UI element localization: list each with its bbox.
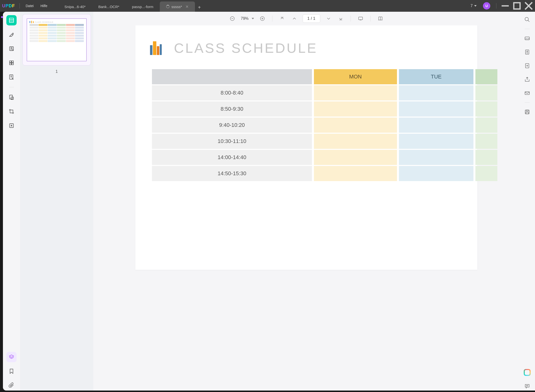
cell-mon <box>314 134 397 149</box>
col-time <box>152 69 312 84</box>
table-row: 9:40-10:20 <box>152 118 497 133</box>
cell-tue <box>399 101 473 117</box>
svg-rect-9 <box>12 61 13 63</box>
separator <box>370 16 371 22</box>
separator <box>525 102 530 103</box>
save-button[interactable] <box>523 108 532 116</box>
svg-rect-8 <box>10 61 11 63</box>
tab-label: Snipa...6-40* <box>64 5 86 9</box>
svg-rect-11 <box>12 63 13 65</box>
separator <box>351 16 351 22</box>
cell-mon <box>314 166 397 181</box>
first-page-button[interactable] <box>278 15 286 22</box>
svg-rect-28 <box>525 92 529 95</box>
table-row: 8:50-9:30 <box>152 101 497 117</box>
view-toolbar: 79% <box>93 12 519 25</box>
schedule-table: MON TUE 8:00-8:408:50-9:309:40-10:2010:3… <box>150 68 499 182</box>
open-docs-counter[interactable]: 7 <box>468 4 480 8</box>
svg-rect-31 <box>526 112 528 114</box>
page-thumbnail[interactable]: CLASS SCHEDULE <box>27 18 87 61</box>
page-number-input[interactable] <box>303 14 320 23</box>
ai-button[interactable] <box>523 368 532 377</box>
menu-file[interactable]: Datei <box>22 4 37 8</box>
redact-tool[interactable] <box>6 92 17 102</box>
tab-3[interactable]: sssss* ✕ <box>160 1 195 12</box>
maximize-button[interactable] <box>512 0 522 12</box>
comment-button[interactable] <box>523 382 532 391</box>
time-cell: 14:00-14:40 <box>152 150 312 165</box>
ocr-button[interactable]: OCR <box>523 34 532 43</box>
separator <box>20 3 20 9</box>
svg-rect-30 <box>526 110 528 111</box>
col-wed <box>475 69 497 84</box>
edit-text-tool[interactable] <box>6 44 17 54</box>
cell-mon <box>314 150 397 165</box>
books-icon <box>150 41 162 55</box>
svg-point-22 <box>525 17 528 21</box>
tab-0[interactable]: Snipa...6-40* <box>58 1 92 12</box>
separator <box>525 29 530 29</box>
layers-tool[interactable] <box>6 352 17 362</box>
export-button[interactable] <box>523 61 532 70</box>
share-button[interactable] <box>523 75 532 84</box>
reading-mode-button[interactable] <box>376 15 384 22</box>
table-header-row: MON TUE <box>152 69 497 84</box>
svg-line-23 <box>528 20 529 22</box>
presentation-button[interactable] <box>357 15 364 22</box>
col-mon: MON <box>314 69 397 84</box>
zoom-out-button[interactable] <box>228 15 236 22</box>
indicator-dot <box>1 16 3 18</box>
separator <box>496 3 496 9</box>
cell-wed <box>475 134 497 149</box>
bookmark-tool[interactable] <box>6 366 17 376</box>
minimize-button[interactable] <box>500 0 511 12</box>
thumb-title: CLASS SCHEDULE <box>35 21 54 23</box>
table-row: 14:00-14:40 <box>152 150 497 165</box>
next-page-button[interactable] <box>325 15 332 22</box>
tab-2[interactable]: passp...-form <box>126 1 160 12</box>
zoom-dropdown[interactable]: 79% <box>241 16 254 21</box>
cell-mon <box>314 101 397 117</box>
crop-tool[interactable] <box>6 106 17 117</box>
zoom-in-button[interactable] <box>258 15 266 22</box>
tab-1[interactable]: Bank...OCR* <box>92 1 126 12</box>
col-tue: TUE <box>399 69 473 84</box>
new-tab-button[interactable]: + <box>195 3 204 12</box>
close-window-button[interactable] <box>523 0 534 12</box>
svg-text:OCR: OCR <box>525 38 529 40</box>
close-icon[interactable]: ✕ <box>185 4 189 9</box>
document-scroll[interactable]: CLASS SCHEDULE MON TUE 8:00-8:408:50-9:3… <box>93 25 519 391</box>
organize-tool[interactable] <box>6 58 17 68</box>
pdf-page: CLASS SCHEDULE MON TUE 8:00-8:408:50-9:3… <box>135 25 477 270</box>
chevron-down-icon <box>252 18 254 19</box>
email-button[interactable] <box>523 89 532 98</box>
last-page-button[interactable] <box>337 15 345 22</box>
titlebar-right: 7 U <box>468 0 535 12</box>
thumbnail-card[interactable]: CLASS SCHEDULE <box>22 14 91 65</box>
tab-label: Bank...OCR* <box>98 5 119 9</box>
form-tool[interactable] <box>6 72 17 82</box>
title-bar: UPDF Datei Hilfe Snipa...6-40* Bank...OC… <box>0 0 535 12</box>
cell-tue <box>399 118 473 133</box>
cell-tue <box>399 85 473 100</box>
convert-button[interactable] <box>523 48 532 56</box>
document-title: CLASS SCHEDULE <box>174 40 318 56</box>
highlight-tool[interactable] <box>6 29 17 40</box>
page-header: CLASS SCHEDULE <box>150 40 468 56</box>
svg-rect-1 <box>514 3 520 9</box>
cell-tue <box>399 166 473 181</box>
table-row: 10:30-11:10 <box>152 134 497 149</box>
attachment-tool[interactable] <box>6 380 17 391</box>
cell-wed <box>475 150 497 165</box>
compress-tool[interactable] <box>6 120 17 131</box>
thumbnails-tool[interactable] <box>6 15 17 25</box>
table-row: 14:50-15:30 <box>152 166 497 181</box>
prev-page-button[interactable] <box>290 15 298 22</box>
document-area: 79% <box>93 12 519 391</box>
user-avatar[interactable]: U <box>483 2 490 10</box>
search-button[interactable] <box>523 15 532 24</box>
thumbnail-page-number: 1 <box>22 69 91 74</box>
menu-help[interactable]: Hilfe <box>37 4 51 8</box>
cell-mon <box>314 85 397 100</box>
counter-value: 7 <box>471 4 473 8</box>
